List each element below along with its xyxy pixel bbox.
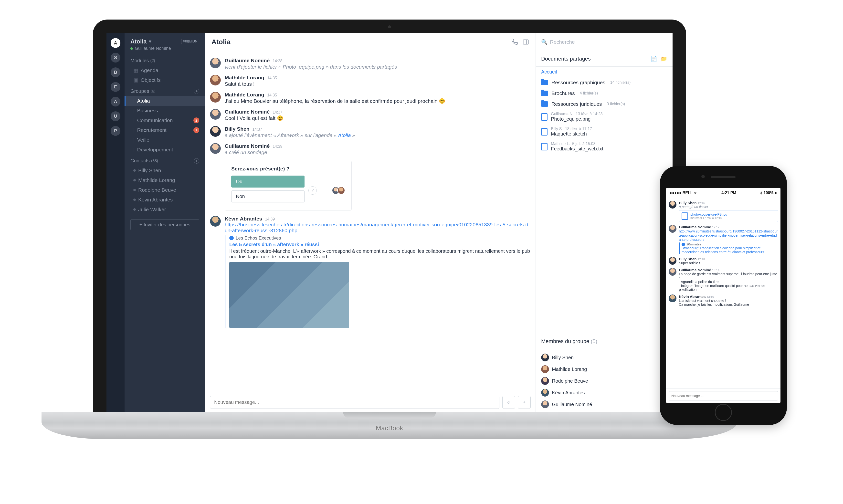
link-preview[interactable]: ELes Echos Executives Les 5 secrets d'un… [225, 235, 531, 328]
folder-row[interactable]: Ressources graphiques14 fichier(s) [536, 77, 672, 88]
member-row[interactable]: Rodolphe Beuve [541, 375, 667, 387]
call-icon[interactable] [511, 39, 518, 46]
rail-item-1[interactable]: S [111, 53, 120, 62]
macbook-base: MacBook [41, 412, 737, 439]
folder-row[interactable]: Brochures4 fichier(s) [536, 88, 672, 98]
folder-row[interactable]: Ressources juridiques0 fichier(s) [536, 98, 672, 109]
premium-badge: PREMIUM [181, 39, 199, 44]
section-contacts[interactable]: Contacts(38) + [125, 155, 205, 165]
message: Guillaume Nominé14:37 Cool ! Voilà qui e… [210, 106, 531, 124]
svg-rect-0 [523, 39, 528, 44]
section-groupes[interactable]: Groupes(6) + [125, 85, 205, 96]
member-row[interactable]: Kévin Abrantes [541, 387, 667, 398]
avatar [541, 354, 549, 361]
member-row[interactable]: Mathilde Lorang [541, 363, 667, 375]
group-communication[interactable]: |Communication2 [125, 115, 205, 125]
emoji-button[interactable]: ☺ [502, 396, 515, 409]
voters [334, 186, 345, 194]
avatar [210, 216, 221, 227]
source-badge-icon [682, 243, 685, 246]
attachment[interactable]: photo-couverture-FB.jpgmercredi 17 mai à… [679, 210, 778, 222]
new-folder-icon[interactable]: 📁 [661, 56, 667, 62]
group-veille[interactable]: |Veille [125, 135, 205, 145]
poll-option-oui[interactable]: Oui [231, 176, 305, 187]
section-modules[interactable]: Modules(2) [125, 54, 205, 66]
members-list: Billy Shen Mathilde Lorang Rodolphe Beuv… [536, 349, 672, 413]
shared-link[interactable]: https://business.lesechos.fr/directions-… [225, 222, 530, 233]
member-row[interactable]: Guillaume Nominé [541, 398, 667, 410]
avatar [669, 268, 677, 276]
workspace-rail: A S B E A U P [106, 33, 125, 413]
folder-icon [541, 101, 548, 107]
file-row[interactable]: Mathilde L. 5 juil. à 15:03Feedbacks_sit… [536, 139, 672, 154]
rail-item-2[interactable]: B [111, 67, 120, 77]
add-group-button[interactable]: + [194, 89, 199, 94]
panel-toggle-icon[interactable] [522, 39, 529, 46]
shared-link[interactable]: http://www.20minutes.fr/strasbourg/19600… [679, 229, 777, 241]
camera-icon [701, 175, 705, 178]
file-row[interactable]: Billy S. 18 déc. à 17:17Maquette.sketch [536, 124, 672, 139]
member-row[interactable]: Billy Shen [541, 352, 667, 363]
contact-item[interactable]: Mathilde Lorang [125, 175, 205, 185]
contact-item[interactable]: Kévin Abrantes [125, 195, 205, 205]
message-thread[interactable]: Guillaume Nominé14:28 vient d'ajouter le… [205, 51, 536, 392]
workspace-header[interactable]: Atolia ▾ PREMIUM Guillaume Nominé [125, 33, 205, 54]
poll-option-non[interactable]: Non [231, 191, 305, 202]
file-icon [541, 128, 548, 136]
search-field[interactable]: 🔍 Recherche [536, 33, 672, 51]
message: Kévin Abrantes14:39 https://business.les… [210, 213, 531, 330]
upload-file-icon[interactable]: 📄 [650, 56, 657, 62]
message: Guillaume Nominé14:39 a créé un sondage [210, 141, 531, 158]
message-input[interactable] [210, 396, 499, 409]
phone-message-input[interactable] [669, 391, 778, 400]
group-business[interactable]: |Business [125, 106, 205, 115]
agenda-link[interactable]: Atolia [338, 132, 351, 138]
carrier-label: ●●●●● BELL ᯤ [670, 191, 698, 195]
macbook-bezel: A S B E A U P Atolia ▾ PREMIUM Guillaume… [93, 20, 686, 413]
attach-button[interactable]: ＋ [518, 396, 531, 409]
macbook-notch [343, 412, 436, 418]
preview-image [229, 262, 349, 328]
avatar [210, 75, 221, 86]
module-objectifs[interactable]: ▣Objectifs [125, 75, 205, 85]
rail-item-3[interactable]: E [111, 82, 120, 92]
group-recrutement[interactable]: |Recrutement1 [125, 125, 205, 135]
chat-header: Atolia [205, 33, 536, 51]
contact-item[interactable]: Billy Shen [125, 165, 205, 175]
rail-item-4[interactable]: A [111, 97, 120, 106]
source-badge-icon: E [229, 236, 234, 240]
poll-question: Serez-vous présent(e) ? [231, 166, 345, 172]
file-icon [541, 143, 548, 150]
phone-thread[interactable]: Billy Shen 12:16 a partagé un fichier ph… [666, 198, 781, 389]
module-agenda[interactable]: ▦Agenda [125, 66, 205, 75]
file-icon [541, 113, 548, 121]
macbook-label: MacBook [376, 425, 403, 432]
avatar [669, 257, 677, 265]
rail-item-0[interactable]: A [111, 38, 120, 48]
avatar [210, 109, 221, 120]
rail-item-6[interactable]: P [111, 126, 120, 136]
file-row[interactable]: Guillaume N. 13 févr. à 14:28Photo_equip… [536, 109, 672, 124]
message: Mathilde Lorang14:35 J'ai eu Mme Bouvier… [210, 89, 531, 106]
avatar [541, 365, 549, 373]
breadcrumb[interactable]: Accueil [536, 67, 672, 77]
status-time: 4:21 PM [698, 191, 760, 195]
submit-vote-icon[interactable]: ✓ [308, 186, 317, 195]
link-preview[interactable]: 20minutes Strasbourg: L'application Scol… [679, 242, 778, 254]
chat-panel: Atolia Guillaum [205, 33, 536, 413]
folder-icon [541, 91, 548, 96]
chevron-down-icon: ▾ [149, 38, 151, 45]
home-button[interactable] [715, 404, 732, 421]
phone-composer [666, 389, 781, 403]
contact-item[interactable]: Julie Walker [125, 205, 205, 214]
add-contact-button[interactable]: + [194, 158, 199, 164]
rail-item-5[interactable]: U [111, 111, 120, 121]
avatar [210, 143, 221, 154]
camera-icon [388, 25, 391, 28]
iphone-frame: ●●●●● BELL ᯤ 4:21 PM ᚼ 100% ▮ Billy Shen… [660, 166, 787, 425]
invite-button[interactable]: + Inviter des personnes [130, 219, 199, 230]
contact-item[interactable]: Rodolphe Beuve [125, 185, 205, 195]
group-atolia[interactable]: |Atolia [125, 96, 205, 106]
battery-label: ᚼ 100% ▮ [760, 191, 777, 195]
group-developpement[interactable]: |Développement [125, 145, 205, 155]
